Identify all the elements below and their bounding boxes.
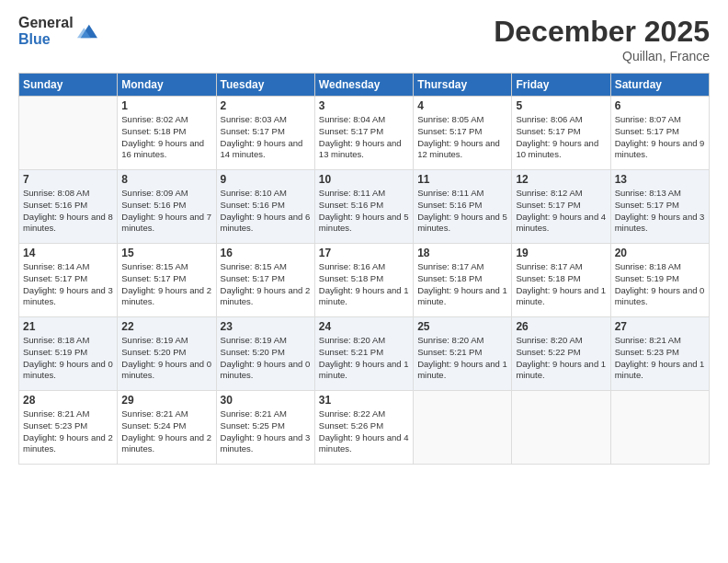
calendar-cell [19,97,118,170]
calendar-cell: 3Sunrise: 8:04 AMSunset: 5:17 PMDaylight… [314,97,413,170]
weekday-header: Sunday [19,74,118,97]
cell-info: Sunrise: 8:11 AMSunset: 5:16 PMDaylight:… [319,188,409,235]
calendar-week-row: 21Sunrise: 8:18 AMSunset: 5:19 PMDayligh… [19,317,710,391]
day-number: 17 [319,247,409,259]
calendar-week-row: 28Sunrise: 8:21 AMSunset: 5:23 PMDayligh… [19,391,710,465]
calendar-cell: 12Sunrise: 8:12 AMSunset: 5:17 PMDayligh… [512,170,610,244]
cell-info: Sunrise: 8:21 AMSunset: 5:25 PMDaylight:… [221,408,311,455]
calendar-cell: 5Sunrise: 8:06 AMSunset: 5:17 PMDaylight… [512,97,610,170]
month-title: December 2025 [494,15,710,49]
calendar-table: SundayMondayTuesdayWednesdayThursdayFrid… [18,73,710,465]
weekday-header: Wednesday [314,74,413,97]
cell-info: Sunrise: 8:18 AMSunset: 5:19 PMDaylight:… [23,335,113,382]
day-number: 9 [221,173,311,186]
day-number: 18 [417,247,507,259]
cell-info: Sunrise: 8:06 AMSunset: 5:17 PMDaylight:… [516,114,606,161]
cell-info: Sunrise: 8:14 AMSunset: 5:17 PMDaylight:… [23,261,113,308]
cell-info: Sunrise: 8:18 AMSunset: 5:19 PMDaylight:… [615,261,705,308]
cell-info: Sunrise: 8:21 AMSunset: 5:23 PMDaylight:… [615,335,705,382]
calendar-cell: 22Sunrise: 8:19 AMSunset: 5:20 PMDayligh… [118,317,216,391]
logo-text: General Blue [18,15,74,47]
day-number: 30 [221,394,311,407]
cell-info: Sunrise: 8:15 AMSunset: 5:17 PMDaylight:… [221,261,311,308]
cell-info: Sunrise: 8:17 AMSunset: 5:18 PMDaylight:… [516,261,606,308]
cell-info: Sunrise: 8:04 AMSunset: 5:17 PMDaylight:… [319,114,409,161]
header: General Blue December 2025 Quillan, Fran… [18,15,710,63]
calendar-cell [414,391,512,465]
calendar-cell: 11Sunrise: 8:11 AMSunset: 5:16 PMDayligh… [414,170,512,244]
day-number: 1 [121,99,211,112]
cell-info: Sunrise: 8:19 AMSunset: 5:20 PMDaylight:… [221,335,311,382]
day-number: 14 [23,247,113,259]
day-number: 24 [319,320,409,333]
logo-general: General [18,15,74,31]
day-number: 23 [221,320,311,333]
day-number: 19 [516,247,606,259]
day-number: 16 [221,247,311,259]
cell-info: Sunrise: 8:12 AMSunset: 5:17 PMDaylight:… [516,188,606,235]
cell-info: Sunrise: 8:17 AMSunset: 5:18 PMDaylight:… [417,261,507,308]
day-number: 29 [121,394,211,407]
calendar-cell: 8Sunrise: 8:09 AMSunset: 5:16 PMDaylight… [118,170,216,244]
cell-info: Sunrise: 8:22 AMSunset: 5:26 PMDaylight:… [319,408,409,455]
calendar-cell: 6Sunrise: 8:07 AMSunset: 5:17 PMDaylight… [610,97,709,170]
page: General Blue December 2025 Quillan, Fran… [0,0,728,563]
weekday-header: Friday [512,74,610,97]
calendar-week-row: 1Sunrise: 8:02 AMSunset: 5:18 PMDaylight… [19,97,710,170]
calendar-cell: 24Sunrise: 8:20 AMSunset: 5:21 PMDayligh… [314,317,413,391]
weekday-header: Monday [118,74,216,97]
calendar-cell: 20Sunrise: 8:18 AMSunset: 5:19 PMDayligh… [610,244,709,317]
day-number: 27 [615,320,705,333]
day-number: 12 [516,173,606,186]
cell-info: Sunrise: 8:20 AMSunset: 5:21 PMDaylight:… [319,335,409,382]
logo-blue: Blue [18,31,74,48]
calendar-cell: 25Sunrise: 8:20 AMSunset: 5:21 PMDayligh… [414,317,512,391]
calendar-cell: 27Sunrise: 8:21 AMSunset: 5:23 PMDayligh… [610,317,709,391]
day-number: 3 [319,99,409,112]
cell-info: Sunrise: 8:03 AMSunset: 5:17 PMDaylight:… [221,114,311,161]
cell-info: Sunrise: 8:20 AMSunset: 5:21 PMDaylight:… [417,335,507,382]
cell-info: Sunrise: 8:09 AMSunset: 5:16 PMDaylight:… [121,188,211,235]
cell-info: Sunrise: 8:21 AMSunset: 5:24 PMDaylight:… [121,408,211,455]
cell-info: Sunrise: 8:13 AMSunset: 5:17 PMDaylight:… [615,188,705,235]
calendar-cell [610,391,709,465]
title-area: December 2025 Quillan, France [494,15,710,63]
weekday-header: Tuesday [216,74,314,97]
cell-info: Sunrise: 8:19 AMSunset: 5:20 PMDaylight:… [121,335,211,382]
calendar-cell: 16Sunrise: 8:15 AMSunset: 5:17 PMDayligh… [216,244,314,317]
calendar-cell: 4Sunrise: 8:05 AMSunset: 5:17 PMDaylight… [414,97,512,170]
calendar-cell: 18Sunrise: 8:17 AMSunset: 5:18 PMDayligh… [414,244,512,317]
day-number: 25 [417,320,507,333]
calendar-cell: 13Sunrise: 8:13 AMSunset: 5:17 PMDayligh… [610,170,709,244]
day-number: 21 [23,320,113,333]
cell-info: Sunrise: 8:15 AMSunset: 5:17 PMDaylight:… [121,261,211,308]
cell-info: Sunrise: 8:02 AMSunset: 5:18 PMDaylight:… [121,114,211,161]
weekday-header: Saturday [610,74,709,97]
calendar-cell: 23Sunrise: 8:19 AMSunset: 5:20 PMDayligh… [216,317,314,391]
day-number: 10 [319,173,409,186]
calendar-cell: 2Sunrise: 8:03 AMSunset: 5:17 PMDaylight… [216,97,314,170]
cell-info: Sunrise: 8:21 AMSunset: 5:23 PMDaylight:… [23,408,113,455]
calendar-cell: 15Sunrise: 8:15 AMSunset: 5:17 PMDayligh… [118,244,216,317]
calendar-cell: 9Sunrise: 8:10 AMSunset: 5:16 PMDaylight… [216,170,314,244]
day-number: 26 [516,320,606,333]
day-number: 28 [23,394,113,407]
calendar-cell: 29Sunrise: 8:21 AMSunset: 5:24 PMDayligh… [118,391,216,465]
calendar-cell: 26Sunrise: 8:20 AMSunset: 5:22 PMDayligh… [512,317,610,391]
day-number: 7 [23,173,113,186]
calendar-header-row: SundayMondayTuesdayWednesdayThursdayFrid… [19,74,710,97]
day-number: 15 [121,247,211,259]
calendar-cell: 21Sunrise: 8:18 AMSunset: 5:19 PMDayligh… [19,317,118,391]
cell-info: Sunrise: 8:07 AMSunset: 5:17 PMDaylight:… [615,114,705,161]
day-number: 6 [615,99,705,112]
calendar-cell: 7Sunrise: 8:08 AMSunset: 5:16 PMDaylight… [19,170,118,244]
day-number: 5 [516,99,606,112]
cell-info: Sunrise: 8:05 AMSunset: 5:17 PMDaylight:… [417,114,507,161]
day-number: 20 [615,247,705,259]
logo: General Blue [18,15,97,47]
calendar-cell [512,391,610,465]
day-number: 4 [417,99,507,112]
calendar-cell: 10Sunrise: 8:11 AMSunset: 5:16 PMDayligh… [314,170,413,244]
day-number: 8 [121,173,211,186]
day-number: 13 [615,173,705,186]
